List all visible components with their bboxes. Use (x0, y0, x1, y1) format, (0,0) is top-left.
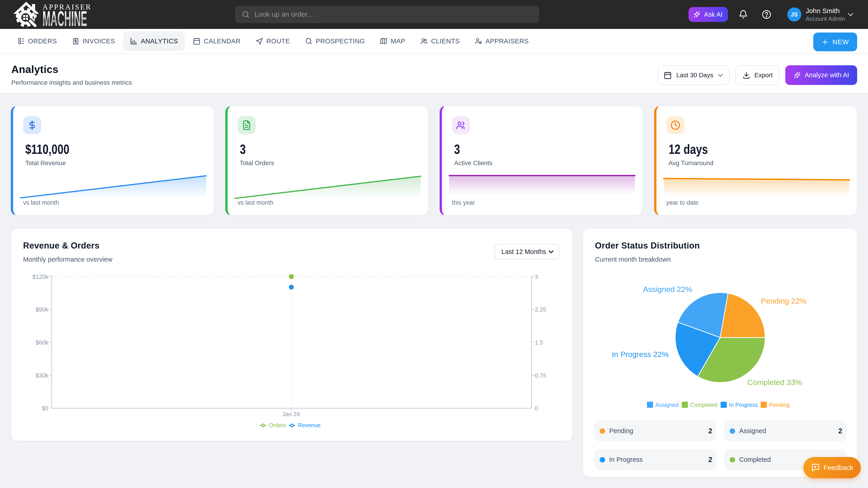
svg-text:Completed: Completed (690, 402, 717, 408)
svg-text:$90k: $90k (36, 306, 49, 313)
svg-text:$60k: $60k (36, 339, 49, 346)
svg-text:In Progress 22%: In Progress 22% (612, 350, 669, 359)
svg-text:Assigned: Assigned (655, 402, 679, 408)
svg-text:0: 0 (535, 405, 538, 412)
svg-text:Pending 22%: Pending 22% (761, 297, 807, 305)
svg-text:Pending: Pending (769, 402, 790, 408)
svg-text:$30k: $30k (36, 372, 49, 379)
svg-text:2.25: 2.25 (535, 306, 546, 313)
svg-text:Revenue: Revenue (298, 422, 320, 428)
svg-text:Assigned 22%: Assigned 22% (643, 285, 692, 293)
svg-text:$0: $0 (42, 405, 49, 412)
svg-text:Jan 26: Jan 26 (282, 411, 300, 418)
svg-text:3: 3 (535, 273, 538, 280)
svg-text:1.5: 1.5 (535, 339, 543, 346)
svg-text:0.75: 0.75 (535, 372, 546, 379)
svg-text:Completed 33%: Completed 33% (747, 378, 802, 387)
svg-text:Orders: Orders (269, 422, 286, 428)
svg-text:$120k: $120k (32, 273, 49, 280)
svg-text:In Progress: In Progress (729, 402, 758, 408)
